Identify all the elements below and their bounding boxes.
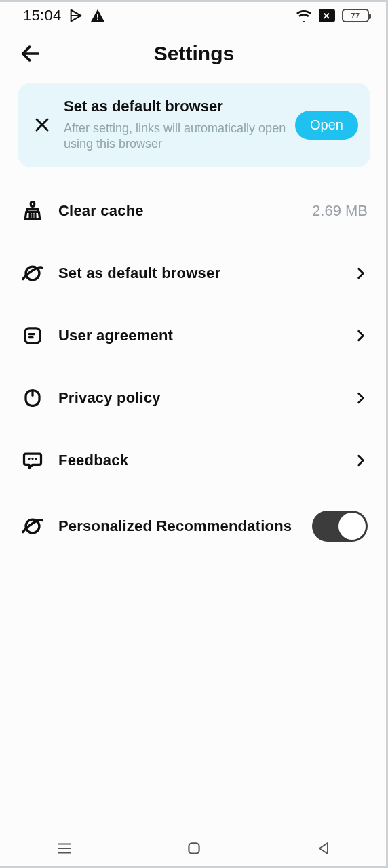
page-title: Settings xyxy=(154,42,234,65)
settings-list: Clear cache 2.69 MB Set as default brows… xyxy=(0,180,388,561)
row-label: Set as default browser xyxy=(58,264,341,282)
document-icon xyxy=(20,323,45,348)
nav-recents-button[interactable] xyxy=(51,835,78,862)
status-card-icon: ✕ xyxy=(319,9,335,22)
personalized-toggle[interactable] xyxy=(312,511,368,542)
broom-icon xyxy=(20,199,45,223)
chevron-right-icon xyxy=(354,267,368,280)
svg-rect-1 xyxy=(97,19,98,20)
row-default-browser[interactable]: Set as default browser xyxy=(0,242,388,304)
banner-title: Set as default browser xyxy=(64,98,287,115)
row-label: Clear cache xyxy=(58,202,298,220)
chevron-right-icon xyxy=(354,454,368,467)
row-privacy-policy[interactable]: Privacy policy xyxy=(0,367,388,429)
battery-icon: 77 xyxy=(342,9,369,22)
svg-marker-23 xyxy=(319,843,328,854)
nav-back-button[interactable] xyxy=(310,835,337,862)
svg-rect-10 xyxy=(25,328,41,344)
cache-size-text: 2.69 MB xyxy=(312,202,368,220)
status-bar: 15:04 ✕ 77 xyxy=(0,0,388,24)
svg-rect-0 xyxy=(97,14,98,18)
back-button[interactable] xyxy=(19,40,46,67)
chevron-right-icon xyxy=(354,329,368,342)
chat-icon xyxy=(20,448,45,473)
banner-close-button[interactable] xyxy=(28,111,56,138)
svg-rect-5 xyxy=(31,201,34,206)
row-feedback[interactable]: Feedback xyxy=(0,429,388,492)
row-label: Personalized Recommendations xyxy=(58,517,298,535)
svg-rect-22 xyxy=(189,843,199,853)
system-nav-bar xyxy=(0,829,388,868)
default-browser-banner: Set as default browser After setting, li… xyxy=(18,83,370,167)
row-label: User agreement xyxy=(58,327,341,344)
chevron-right-icon xyxy=(354,391,368,405)
row-label: Privacy policy xyxy=(58,389,341,407)
mouse-icon xyxy=(20,386,45,410)
banner-open-button[interactable]: Open xyxy=(295,111,358,140)
row-user-agreement[interactable]: User agreement xyxy=(0,304,388,367)
banner-subtitle: After setting, links will automatically … xyxy=(64,121,287,153)
planet-icon xyxy=(20,514,45,538)
nav-home-button[interactable] xyxy=(180,835,208,862)
play-outline-icon xyxy=(69,8,83,23)
row-personalized-recommendations: Personalized Recommendations xyxy=(0,492,388,561)
status-clock: 15:04 xyxy=(23,7,62,24)
battery-level-text: 77 xyxy=(351,12,360,20)
row-clear-cache[interactable]: Clear cache 2.69 MB xyxy=(0,180,388,242)
app-header: Settings xyxy=(0,24,388,83)
warning-triangle-icon xyxy=(90,8,105,23)
wifi-icon xyxy=(296,9,312,22)
planet-icon xyxy=(20,261,45,285)
row-label: Feedback xyxy=(58,452,341,469)
